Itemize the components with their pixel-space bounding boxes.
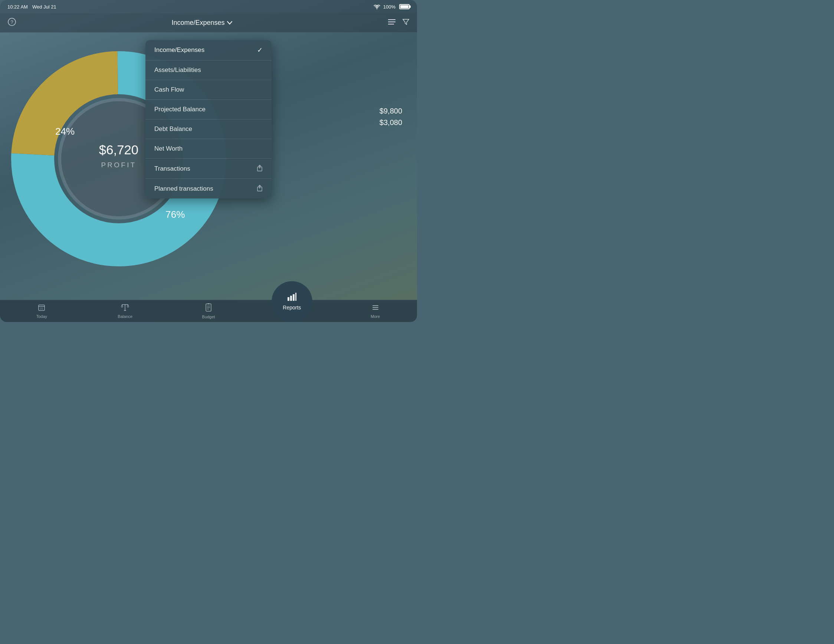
- tab-more-label: More: [371, 314, 380, 319]
- value-2: $3,080: [380, 118, 402, 127]
- dropdown-item-income-expenses[interactable]: Income/Expenses ✓: [145, 40, 272, 60]
- dropdown-label-income-expenses: Income/Expenses: [154, 46, 204, 54]
- reports-icon: [287, 293, 297, 303]
- tab-today[interactable]: 21 Today: [0, 300, 84, 322]
- status-bar: 10:22 AM Wed Jul 21 100%: [0, 0, 417, 13]
- status-date: Wed Jul 21: [32, 4, 57, 10]
- dropdown-label-debt-balance: Debt Balance: [154, 125, 192, 133]
- dropdown-label-assets-liabilities: Assets/Liabilities: [154, 66, 201, 74]
- svg-rect-28: [295, 293, 296, 301]
- dropdown-item-cash-flow[interactable]: Cash Flow: [145, 80, 272, 100]
- values-container: $9,800 $3,080: [380, 107, 402, 127]
- filter-icon[interactable]: [402, 18, 410, 27]
- list-icon[interactable]: [387, 18, 396, 27]
- dropdown-item-transactions[interactable]: Transactions: [145, 159, 272, 179]
- svg-text:?: ?: [10, 19, 13, 25]
- svg-rect-31: [372, 309, 378, 310]
- battery-fill: [400, 5, 409, 8]
- status-time: 10:22 AM: [7, 4, 28, 10]
- nav-right: [387, 18, 410, 27]
- nav-left: ?: [7, 18, 16, 28]
- nav-title: Income/Expenses: [171, 19, 225, 27]
- svg-rect-25: [288, 297, 289, 301]
- dropdown-item-planned-transactions[interactable]: Planned transactions: [145, 179, 272, 199]
- battery-icon: [399, 4, 410, 9]
- battery-percent: 100%: [383, 4, 396, 10]
- tab-bar: 21 Today Balance: [0, 300, 417, 322]
- tab-budget-label: Budget: [202, 315, 215, 319]
- tab-balance-label: Balance: [118, 314, 133, 319]
- svg-text:21: 21: [40, 307, 43, 310]
- main-content: $6,720 PROFIT 24% 76% $9,800 $3,080 Inco…: [0, 33, 417, 300]
- svg-text:24%: 24%: [55, 126, 74, 137]
- today-icon: 21: [38, 304, 45, 313]
- status-left: 10:22 AM Wed Jul 21: [7, 4, 57, 10]
- tab-today-label: Today: [36, 314, 47, 319]
- svg-rect-26: [290, 296, 292, 301]
- more-icon: [372, 304, 379, 313]
- device-frame: 10:22 AM Wed Jul 21 100% ?: [0, 0, 417, 322]
- nav-title-button[interactable]: Income/Expenses: [171, 19, 232, 27]
- wifi-icon: [373, 4, 380, 9]
- nav-bar: ? Income/Expenses: [0, 13, 417, 33]
- dropdown-item-projected-balance[interactable]: Projected Balance: [145, 100, 272, 119]
- tab-budget[interactable]: Budget: [167, 300, 251, 322]
- svg-text:$6,720: $6,720: [99, 142, 138, 157]
- dropdown-label-net-worth: Net Worth: [154, 145, 183, 152]
- balance-icon: [121, 304, 129, 313]
- budget-icon: [205, 303, 212, 313]
- reports-bubble: Reports: [272, 281, 312, 322]
- value-1: $9,800: [380, 107, 402, 115]
- tab-balance[interactable]: Balance: [84, 300, 167, 322]
- dropdown-label-cash-flow: Cash Flow: [154, 86, 184, 94]
- tab-more[interactable]: More: [333, 300, 417, 322]
- export-icon-planned-transactions: [257, 185, 263, 192]
- svg-text:PROFIT: PROFIT: [101, 161, 136, 169]
- svg-rect-27: [293, 294, 294, 301]
- help-icon[interactable]: ?: [7, 18, 16, 28]
- chevron-down-icon: [227, 21, 232, 25]
- dropdown-item-net-worth[interactable]: Net Worth: [145, 139, 272, 159]
- export-icon-transactions: [257, 165, 263, 173]
- dropdown-menu: Income/Expenses ✓ Assets/Liabilities Cas…: [145, 40, 272, 199]
- dropdown-item-assets-liabilities[interactable]: Assets/Liabilities: [145, 60, 272, 80]
- svg-rect-29: [372, 305, 378, 306]
- dropdown-label-transactions: Transactions: [154, 165, 190, 173]
- dropdown-item-debt-balance[interactable]: Debt Balance: [145, 119, 272, 139]
- tab-reports[interactable]: Reports: [250, 300, 333, 322]
- dropdown-label-projected-balance: Projected Balance: [154, 106, 205, 113]
- svg-text:76%: 76%: [165, 209, 185, 220]
- checkmark-icon: ✓: [257, 46, 263, 54]
- dropdown-label-planned-transactions: Planned transactions: [154, 185, 213, 192]
- status-right: 100%: [373, 4, 410, 10]
- svg-rect-30: [372, 307, 378, 308]
- tab-reports-label: Reports: [283, 305, 301, 310]
